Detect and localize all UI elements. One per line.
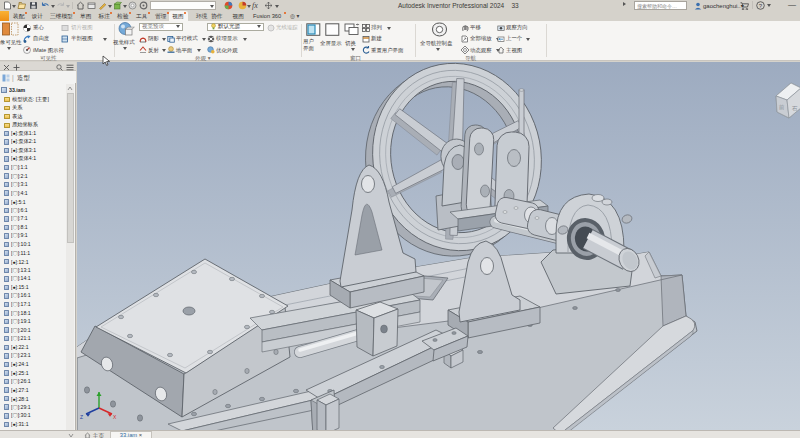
svg-text:右: 右 [792, 105, 798, 111]
svg-text:Z: Z [80, 414, 83, 420]
svg-text:前: 前 [779, 104, 785, 110]
svg-text:?: ? [759, 3, 763, 9]
